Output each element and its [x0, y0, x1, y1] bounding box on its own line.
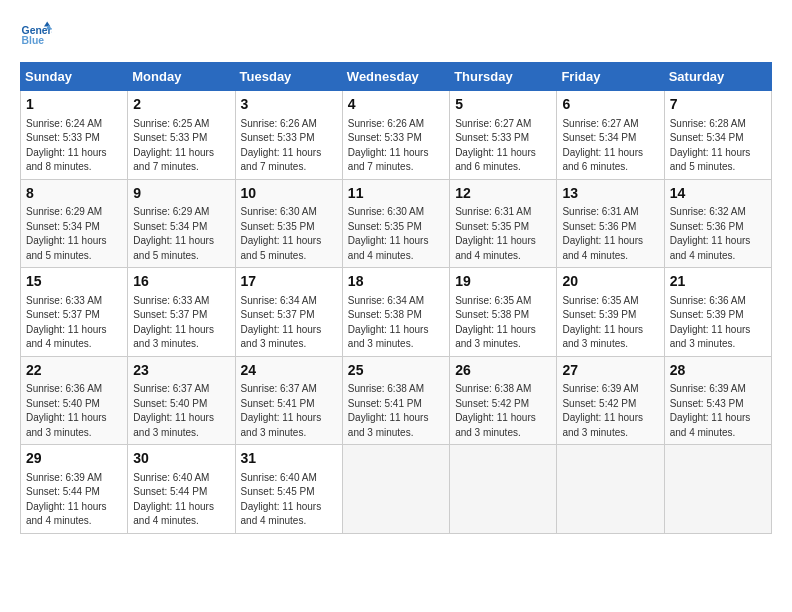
calendar-day-cell: 7 Sunrise: 6:28 AMSunset: 5:34 PMDayligh…	[664, 91, 771, 180]
calendar-day-cell: 2 Sunrise: 6:25 AMSunset: 5:33 PMDayligh…	[128, 91, 235, 180]
day-info: Sunrise: 6:24 AMSunset: 5:33 PMDaylight:…	[26, 117, 122, 175]
day-number: 4	[348, 95, 444, 115]
column-header-sunday: Sunday	[21, 63, 128, 91]
svg-marker-2	[44, 22, 50, 27]
day-info: Sunrise: 6:33 AMSunset: 5:37 PMDaylight:…	[26, 294, 122, 352]
calendar-day-cell: 28 Sunrise: 6:39 AMSunset: 5:43 PMDaylig…	[664, 356, 771, 445]
calendar-week-row: 15 Sunrise: 6:33 AMSunset: 5:37 PMDaylig…	[21, 268, 772, 357]
column-header-saturday: Saturday	[664, 63, 771, 91]
day-info: Sunrise: 6:34 AMSunset: 5:38 PMDaylight:…	[348, 294, 444, 352]
day-info: Sunrise: 6:30 AMSunset: 5:35 PMDaylight:…	[348, 205, 444, 263]
calendar-week-row: 29 Sunrise: 6:39 AMSunset: 5:44 PMDaylig…	[21, 445, 772, 534]
calendar-day-cell: 16 Sunrise: 6:33 AMSunset: 5:37 PMDaylig…	[128, 268, 235, 357]
day-info: Sunrise: 6:38 AMSunset: 5:41 PMDaylight:…	[348, 382, 444, 440]
calendar-day-cell: 5 Sunrise: 6:27 AMSunset: 5:33 PMDayligh…	[450, 91, 557, 180]
day-number: 15	[26, 272, 122, 292]
calendar-day-cell: 10 Sunrise: 6:30 AMSunset: 5:35 PMDaylig…	[235, 179, 342, 268]
day-number: 23	[133, 361, 229, 381]
calendar-day-cell: 21 Sunrise: 6:36 AMSunset: 5:39 PMDaylig…	[664, 268, 771, 357]
day-info: Sunrise: 6:36 AMSunset: 5:40 PMDaylight:…	[26, 382, 122, 440]
calendar-day-cell: 4 Sunrise: 6:26 AMSunset: 5:33 PMDayligh…	[342, 91, 449, 180]
day-info: Sunrise: 6:37 AMSunset: 5:40 PMDaylight:…	[133, 382, 229, 440]
day-info: Sunrise: 6:27 AMSunset: 5:33 PMDaylight:…	[455, 117, 551, 175]
day-number: 2	[133, 95, 229, 115]
day-info: Sunrise: 6:40 AMSunset: 5:44 PMDaylight:…	[133, 471, 229, 529]
calendar-day-cell: 13 Sunrise: 6:31 AMSunset: 5:36 PMDaylig…	[557, 179, 664, 268]
day-info: Sunrise: 6:26 AMSunset: 5:33 PMDaylight:…	[241, 117, 337, 175]
calendar-day-cell	[450, 445, 557, 534]
day-number: 28	[670, 361, 766, 381]
column-header-monday: Monday	[128, 63, 235, 91]
calendar-table: SundayMondayTuesdayWednesdayThursdayFrid…	[20, 62, 772, 534]
calendar-day-cell: 31 Sunrise: 6:40 AMSunset: 5:45 PMDaylig…	[235, 445, 342, 534]
day-number: 19	[455, 272, 551, 292]
day-info: Sunrise: 6:25 AMSunset: 5:33 PMDaylight:…	[133, 117, 229, 175]
calendar-day-cell: 22 Sunrise: 6:36 AMSunset: 5:40 PMDaylig…	[21, 356, 128, 445]
day-number: 29	[26, 449, 122, 469]
calendar-day-cell	[664, 445, 771, 534]
day-info: Sunrise: 6:29 AMSunset: 5:34 PMDaylight:…	[133, 205, 229, 263]
day-number: 22	[26, 361, 122, 381]
day-number: 8	[26, 184, 122, 204]
day-number: 6	[562, 95, 658, 115]
day-number: 9	[133, 184, 229, 204]
calendar-day-cell: 14 Sunrise: 6:32 AMSunset: 5:36 PMDaylig…	[664, 179, 771, 268]
day-number: 10	[241, 184, 337, 204]
calendar-week-row: 1 Sunrise: 6:24 AMSunset: 5:33 PMDayligh…	[21, 91, 772, 180]
day-number: 24	[241, 361, 337, 381]
page-header: General Blue	[20, 20, 772, 52]
calendar-day-cell: 26 Sunrise: 6:38 AMSunset: 5:42 PMDaylig…	[450, 356, 557, 445]
calendar-day-cell: 9 Sunrise: 6:29 AMSunset: 5:34 PMDayligh…	[128, 179, 235, 268]
day-number: 18	[348, 272, 444, 292]
calendar-day-cell: 18 Sunrise: 6:34 AMSunset: 5:38 PMDaylig…	[342, 268, 449, 357]
svg-text:Blue: Blue	[22, 35, 45, 46]
calendar-day-cell: 8 Sunrise: 6:29 AMSunset: 5:34 PMDayligh…	[21, 179, 128, 268]
calendar-day-cell: 23 Sunrise: 6:37 AMSunset: 5:40 PMDaylig…	[128, 356, 235, 445]
calendar-header-row: SundayMondayTuesdayWednesdayThursdayFrid…	[21, 63, 772, 91]
calendar-day-cell: 6 Sunrise: 6:27 AMSunset: 5:34 PMDayligh…	[557, 91, 664, 180]
day-info: Sunrise: 6:35 AMSunset: 5:38 PMDaylight:…	[455, 294, 551, 352]
calendar-day-cell: 27 Sunrise: 6:39 AMSunset: 5:42 PMDaylig…	[557, 356, 664, 445]
calendar-day-cell	[557, 445, 664, 534]
calendar-day-cell: 11 Sunrise: 6:30 AMSunset: 5:35 PMDaylig…	[342, 179, 449, 268]
day-number: 3	[241, 95, 337, 115]
day-number: 27	[562, 361, 658, 381]
day-number: 14	[670, 184, 766, 204]
calendar-day-cell: 3 Sunrise: 6:26 AMSunset: 5:33 PMDayligh…	[235, 91, 342, 180]
column-header-thursday: Thursday	[450, 63, 557, 91]
calendar-week-row: 22 Sunrise: 6:36 AMSunset: 5:40 PMDaylig…	[21, 356, 772, 445]
day-info: Sunrise: 6:35 AMSunset: 5:39 PMDaylight:…	[562, 294, 658, 352]
calendar-day-cell: 17 Sunrise: 6:34 AMSunset: 5:37 PMDaylig…	[235, 268, 342, 357]
day-number: 11	[348, 184, 444, 204]
day-info: Sunrise: 6:33 AMSunset: 5:37 PMDaylight:…	[133, 294, 229, 352]
calendar-day-cell: 12 Sunrise: 6:31 AMSunset: 5:35 PMDaylig…	[450, 179, 557, 268]
day-info: Sunrise: 6:39 AMSunset: 5:42 PMDaylight:…	[562, 382, 658, 440]
day-info: Sunrise: 6:39 AMSunset: 5:43 PMDaylight:…	[670, 382, 766, 440]
calendar-day-cell: 19 Sunrise: 6:35 AMSunset: 5:38 PMDaylig…	[450, 268, 557, 357]
day-number: 20	[562, 272, 658, 292]
calendar-week-row: 8 Sunrise: 6:29 AMSunset: 5:34 PMDayligh…	[21, 179, 772, 268]
day-info: Sunrise: 6:28 AMSunset: 5:34 PMDaylight:…	[670, 117, 766, 175]
day-number: 5	[455, 95, 551, 115]
logo: General Blue	[20, 20, 52, 52]
calendar-day-cell: 15 Sunrise: 6:33 AMSunset: 5:37 PMDaylig…	[21, 268, 128, 357]
calendar-day-cell: 24 Sunrise: 6:37 AMSunset: 5:41 PMDaylig…	[235, 356, 342, 445]
day-number: 17	[241, 272, 337, 292]
day-info: Sunrise: 6:31 AMSunset: 5:35 PMDaylight:…	[455, 205, 551, 263]
day-number: 13	[562, 184, 658, 204]
day-info: Sunrise: 6:27 AMSunset: 5:34 PMDaylight:…	[562, 117, 658, 175]
calendar-day-cell: 20 Sunrise: 6:35 AMSunset: 5:39 PMDaylig…	[557, 268, 664, 357]
day-info: Sunrise: 6:39 AMSunset: 5:44 PMDaylight:…	[26, 471, 122, 529]
day-info: Sunrise: 6:38 AMSunset: 5:42 PMDaylight:…	[455, 382, 551, 440]
calendar-day-cell: 1 Sunrise: 6:24 AMSunset: 5:33 PMDayligh…	[21, 91, 128, 180]
day-number: 25	[348, 361, 444, 381]
day-number: 31	[241, 449, 337, 469]
day-number: 7	[670, 95, 766, 115]
column-header-friday: Friday	[557, 63, 664, 91]
calendar-day-cell: 29 Sunrise: 6:39 AMSunset: 5:44 PMDaylig…	[21, 445, 128, 534]
calendar-day-cell: 30 Sunrise: 6:40 AMSunset: 5:44 PMDaylig…	[128, 445, 235, 534]
day-info: Sunrise: 6:34 AMSunset: 5:37 PMDaylight:…	[241, 294, 337, 352]
day-info: Sunrise: 6:29 AMSunset: 5:34 PMDaylight:…	[26, 205, 122, 263]
day-info: Sunrise: 6:31 AMSunset: 5:36 PMDaylight:…	[562, 205, 658, 263]
day-info: Sunrise: 6:30 AMSunset: 5:35 PMDaylight:…	[241, 205, 337, 263]
